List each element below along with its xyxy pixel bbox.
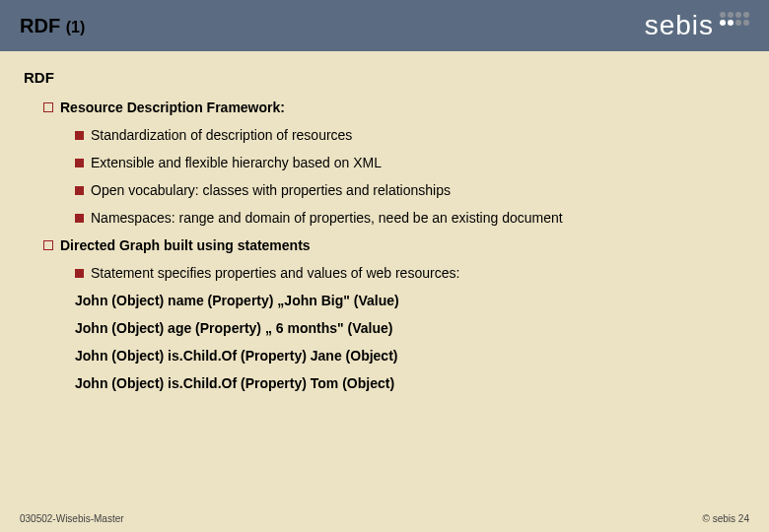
bullet-text: Open vocabulary: classes with properties… [91, 182, 451, 198]
bullet-fill-icon [75, 131, 84, 140]
slide-content: RDF Resource Description Framework: Stan… [0, 51, 769, 391]
bullet-level1: Resource Description Framework: [43, 100, 745, 115]
statement-line: John (Object) is.Child.Of (Property) Tom… [75, 375, 745, 391]
bullet-open-icon [43, 240, 53, 250]
bullet-open-icon [43, 102, 53, 112]
footer-left: 030502-Wisebis-Master [20, 513, 124, 524]
bullet-level2: Namespaces: range and domain of properti… [75, 210, 745, 226]
title-main: RDF [20, 15, 66, 36]
bullet-level2: Statement specifies properties and value… [75, 265, 745, 281]
bullet-level2: Open vocabulary: classes with properties… [75, 182, 745, 198]
statement-line: John (Object) age (Property) „ 6 months"… [75, 320, 745, 336]
statement-line: John (Object) name (Property) „John Big"… [75, 293, 745, 308]
slide-header: RDF (1) sebis [0, 0, 769, 51]
bullet-level2: Standardization of description of resour… [75, 127, 745, 143]
bullet-level1: Directed Graph built using statements [43, 237, 745, 253]
bullet-level2: Extensible and flexible hierarchy based … [75, 155, 745, 170]
bullet-fill-icon [75, 159, 84, 167]
logo: sebis [645, 10, 749, 41]
bullet-text: Namespaces: range and domain of properti… [91, 210, 563, 226]
slide: RDF (1) sebis RDF Resource Description F… [0, 0, 769, 532]
logo-text: sebis [645, 10, 714, 41]
bullet-label: Directed Graph built using statements [60, 237, 311, 253]
content-heading: RDF [24, 69, 745, 86]
bullet-text: Extensible and flexible hierarchy based … [91, 155, 382, 170]
bullet-text: Standardization of description of resour… [91, 127, 352, 143]
statement-line: John (Object) is.Child.Of (Property) Jan… [75, 348, 745, 364]
slide-title: RDF (1) [20, 15, 85, 37]
logo-dots-icon [720, 12, 749, 26]
bullet-label: Resource Description Framework: [60, 100, 285, 115]
footer-right: © sebis 24 [703, 513, 749, 524]
title-sub: (1) [66, 19, 86, 35]
bullet-fill-icon [75, 186, 84, 195]
bullet-text: Statement specifies properties and value… [91, 265, 459, 281]
bullet-fill-icon [75, 269, 84, 278]
slide-footer: 030502-Wisebis-Master © sebis 24 [0, 513, 769, 524]
bullet-fill-icon [75, 214, 84, 223]
